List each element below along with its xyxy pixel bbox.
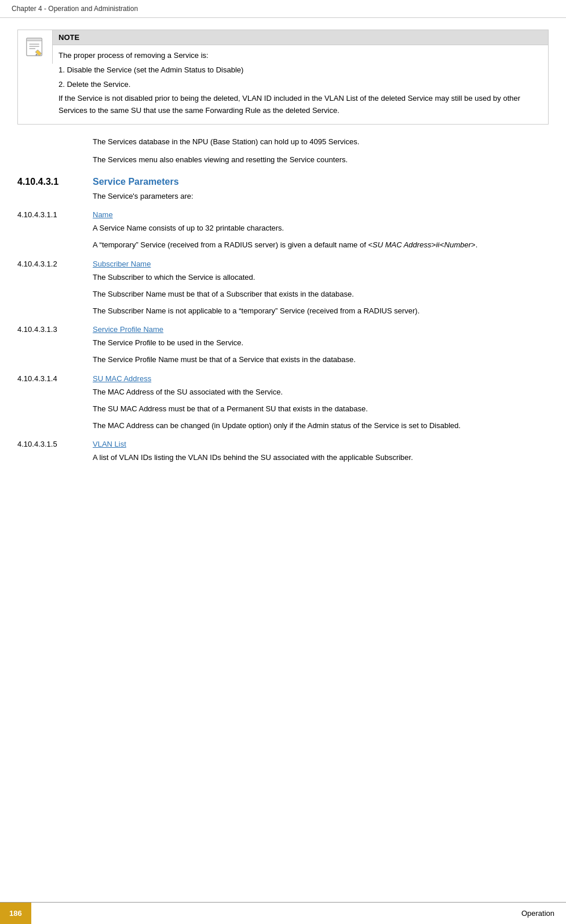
footer-label: Operation	[521, 909, 566, 918]
intro-para-1: The Services menu also enables viewing a…	[93, 154, 549, 166]
subsection-0-para-0: A Service Name consists of up to 32 prin…	[93, 222, 549, 235]
subsection-heading-1: 4.10.4.3.1.2 Subscriber Name	[17, 260, 549, 268]
subsection-number-0: 4.10.4.3.1.1	[17, 210, 93, 219]
subsection-title-0: Name	[93, 210, 113, 219]
note-line-0: The proper process of removing a Service…	[59, 50, 542, 62]
intro-para-0: The Services database in the NPU (Base S…	[93, 136, 549, 148]
page-header: Chapter 4 - Operation and Administration	[0, 0, 566, 18]
main-content: NOTE The proper process of removing a Se…	[0, 18, 566, 515]
subsection-1-para-0: The Subscriber to which the Service is a…	[93, 272, 549, 284]
page-footer: 186 Operation	[0, 902, 566, 924]
subsection-title-3: SU MAC Address	[93, 374, 151, 383]
subsection-heading-4: 4.10.4.3.1.5 VLAN List	[17, 440, 549, 448]
subsection-3-para-1: The SU MAC Address must be that of a Per…	[93, 403, 549, 415]
footer-page-number: 186	[0, 903, 31, 924]
header-title: Chapter 4 - Operation and Administration	[12, 5, 138, 13]
subsection-number-3: 4.10.4.3.1.4	[17, 374, 93, 383]
subsection-title-2: Service Profile Name	[93, 325, 163, 334]
note-pencil-icon	[24, 36, 46, 58]
subsection-3-para-0: The MAC Address of the SU associated wit…	[93, 386, 549, 399]
note-line-3: If the Service is not disabled prior to …	[59, 93, 542, 117]
subsection-3-para-2: The MAC Address can be changed (in Updat…	[93, 420, 549, 432]
subsection-0-para-1: A “temporary” Service (received from a R…	[93, 239, 549, 251]
note-line-2: 2. Delete the Service.	[59, 79, 542, 91]
note-box: NOTE The proper process of removing a Se…	[17, 30, 549, 125]
section-intro: The Service's parameters are:	[93, 191, 549, 203]
subsection-number-2: 4.10.4.3.1.3	[17, 325, 93, 334]
subsection-heading-2: 4.10.4.3.1.3 Service Profile Name	[17, 325, 549, 334]
note-line-1: 1. Disable the Service (set the Admin St…	[59, 64, 542, 76]
subsection-1-para-2: The Subscriber Name is not applicable to…	[93, 305, 549, 317]
subsection-heading-0: 4.10.4.3.1.1 Name	[17, 210, 549, 219]
subsection-2-para-0: The Service Profile to be used in the Se…	[93, 337, 549, 349]
svg-rect-1	[26, 38, 42, 41]
subsection-1-para-1: The Subscriber Name must be that of a Su…	[93, 288, 549, 301]
note-content-cell: NOTE The proper process of removing a Se…	[53, 30, 548, 124]
subsection-title-4: VLAN List	[93, 440, 126, 448]
subsection-heading-3: 4.10.4.3.1.4 SU MAC Address	[17, 374, 549, 383]
section-heading: 4.10.4.3.1 Service Parameters	[17, 177, 549, 187]
subsection-4-para-0: A list of VLAN IDs listing the VLAN IDs …	[93, 452, 549, 464]
note-body: The proper process of removing a Service…	[53, 45, 548, 124]
subsection-2-para-1: The Service Profile Name must be that of…	[93, 354, 549, 366]
note-label: NOTE	[53, 30, 548, 45]
note-icon-cell	[18, 30, 53, 64]
subsection-title-1: Subscriber Name	[93, 260, 151, 268]
section-number: 4.10.4.3.1	[17, 177, 93, 187]
subsection-number-4: 4.10.4.3.1.5	[17, 440, 93, 448]
section-title: Service Parameters	[93, 177, 179, 187]
subsection-number-1: 4.10.4.3.1.2	[17, 260, 93, 268]
